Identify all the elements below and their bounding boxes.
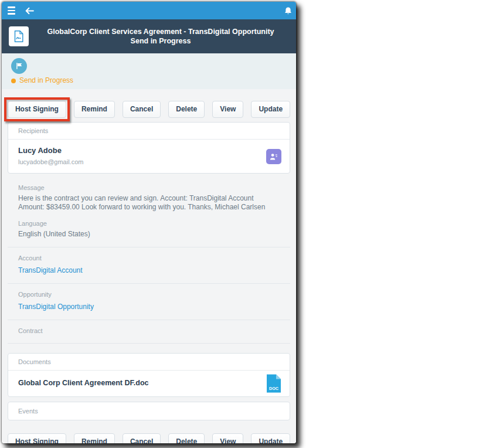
field-message-value: Here is the contract you can review and … <box>18 194 280 212</box>
delete-button[interactable]: Delete <box>168 101 205 118</box>
host-signing-button-bottom[interactable]: Host Signing <box>8 433 66 443</box>
field-divider <box>8 247 290 247</box>
record-body: Host Signing Remind Cancel Delete View U… <box>2 101 296 443</box>
field-language-label: Language <box>18 220 280 227</box>
cancel-button[interactable]: Cancel <box>123 101 161 118</box>
field-message: Message Here is the contract you can rev… <box>8 184 290 220</box>
delete-button-bottom[interactable]: Delete <box>168 433 205 443</box>
host-signing-button[interactable]: Host Signing <box>8 101 66 118</box>
status-badge: Send in Progress <box>11 77 287 84</box>
top-nav-bar <box>2 2 296 19</box>
remind-button-bottom[interactable]: Remind <box>74 433 115 443</box>
svg-text:DOC: DOC <box>269 386 278 391</box>
doc-file-icon[interactable]: DOC <box>266 374 282 393</box>
page-title-line2: Send in Progress <box>36 36 286 46</box>
notification-bell-icon[interactable] <box>284 6 293 15</box>
account-link[interactable]: TransDigital Account <box>18 266 83 274</box>
field-language: Language English (United States) <box>8 220 290 247</box>
action-button-row-top: Host Signing Remind Cancel Delete View U… <box>2 101 296 118</box>
events-header: Events <box>8 402 290 420</box>
recipient-name: Lucy Adobe <box>18 147 280 155</box>
status-label: Send in Progress <box>19 77 73 84</box>
recipient-email: lucyadobe@gmail.com <box>18 158 280 165</box>
field-opportunity: Opportunity TransDigital Opportunity <box>8 291 290 320</box>
document-name: Global Corp Client Agreement DF.doc <box>18 379 280 388</box>
field-account: Account TransDigital Account <box>8 254 290 283</box>
status-section: Send in Progress <box>2 53 296 89</box>
field-message-label: Message <box>18 184 280 191</box>
field-contract-label: Contract <box>18 327 280 334</box>
field-divider <box>8 283 290 284</box>
page-title: GlobalCorp Client Services Agreement - T… <box>36 27 289 46</box>
action-button-row-bottom: Host Signing Remind Cancel Delete View U… <box>2 433 296 443</box>
document-list-item[interactable]: Global Corp Client Agreement DF.doc DOC <box>8 371 290 396</box>
view-button[interactable]: View <box>212 101 243 118</box>
remind-button[interactable]: Remind <box>74 101 115 118</box>
page-title-line1: GlobalCorp Client Services Agreement - T… <box>47 28 274 36</box>
app-window: GlobalCorp Client Services Agreement - T… <box>2 2 296 443</box>
contact-icon[interactable] <box>266 149 281 164</box>
opportunity-link[interactable]: TransDigital Opportunity <box>18 303 94 311</box>
back-arrow-icon[interactable] <box>25 6 35 15</box>
view-button-bottom[interactable]: View <box>212 433 243 443</box>
update-button-bottom[interactable]: Update <box>251 433 290 443</box>
hamburger-menu-icon[interactable] <box>6 5 16 15</box>
status-dot-icon <box>11 79 16 83</box>
screenshot-canvas: GlobalCorp Client Services Agreement - T… <box>0 0 486 448</box>
events-card: Events <box>8 402 290 420</box>
update-button[interactable]: Update <box>251 101 290 118</box>
detail-fields: Message Here is the contract you can rev… <box>8 174 290 344</box>
documents-card: Documents Global Corp Client Agreement D… <box>8 353 290 397</box>
field-account-label: Account <box>18 254 280 262</box>
agreement-document-icon <box>9 26 29 46</box>
documents-header: Documents <box>8 354 290 371</box>
host-signing-highlight-wrap: Host Signing <box>8 101 66 118</box>
flag-icon <box>11 58 27 74</box>
field-divider <box>8 320 290 320</box>
recipients-card: Recipients Lucy Adobe lucyadobe@gmail.co… <box>8 122 290 174</box>
record-header: GlobalCorp Client Services Agreement - T… <box>2 19 296 53</box>
recipient-list-item[interactable]: Lucy Adobe lucyadobe@gmail.com <box>8 140 290 173</box>
field-opportunity-label: Opportunity <box>18 291 280 298</box>
field-contract: Contract <box>8 327 290 343</box>
field-divider <box>8 343 290 344</box>
recipients-header: Recipients <box>8 123 290 140</box>
field-language-value: English (United States) <box>18 230 280 239</box>
cancel-button-bottom[interactable]: Cancel <box>123 433 161 443</box>
